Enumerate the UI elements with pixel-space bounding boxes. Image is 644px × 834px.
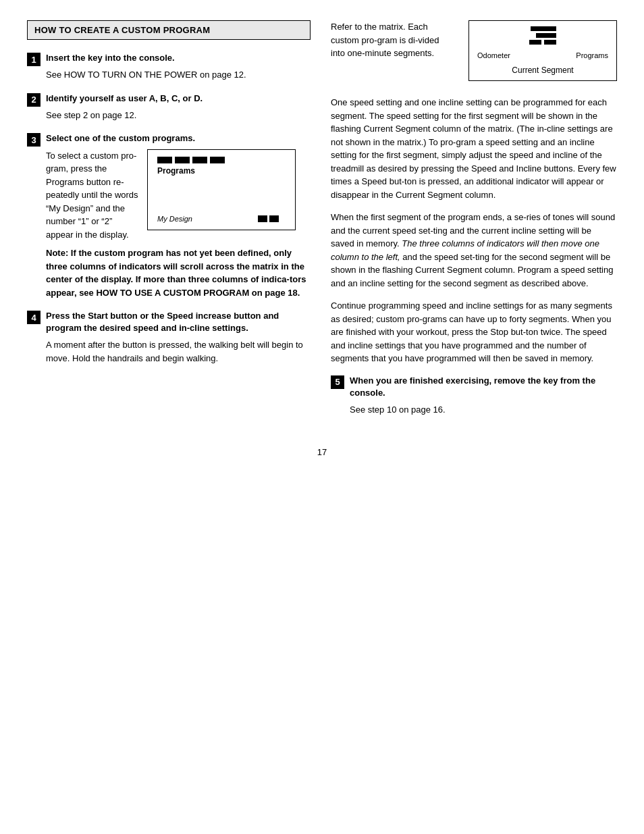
section-title: HOW TO CREATE A CUSTOM PROGRAM xyxy=(34,25,210,35)
disp-bar-r3-a xyxy=(529,40,541,45)
disp-bar-r3-b xyxy=(544,40,556,45)
display-indicators xyxy=(477,26,608,45)
step-2-title: Identify yourself as user A, B, C, or D. xyxy=(46,93,311,105)
prog-bar-4 xyxy=(210,157,225,163)
step-2: 2 Identify yourself as user A, B, C, or … xyxy=(27,93,311,122)
prog-top-area: Programs xyxy=(157,157,286,176)
step-4-number: 4 xyxy=(27,311,41,324)
step-5-body: See step 10 on page 16. xyxy=(350,403,617,417)
prog-bar-2 xyxy=(175,157,190,163)
prog-bar-3 xyxy=(192,157,207,163)
step-5-content: When you are finished exercising, remove… xyxy=(350,375,617,417)
page-number: 17 xyxy=(27,440,617,457)
right-column: Refer to the matrix. Each custom pro-gra… xyxy=(331,20,617,427)
step-2-body: See step 2 on page 12. xyxy=(46,109,311,122)
right-intro-row: Refer to the matrix. Each custom pro-gra… xyxy=(331,20,617,86)
disp-bar-row2 xyxy=(536,33,556,38)
step-5: 5 When you are finished exercising, remo… xyxy=(331,375,617,417)
right-para-1: One speed setting and one incline settin… xyxy=(331,96,617,201)
right-para-2: When the first segment of the program en… xyxy=(331,211,617,290)
step-5-title: When you are finished exercising, remove… xyxy=(350,375,617,399)
step-1: 1 Insert the key into the console. See H… xyxy=(27,52,311,82)
programs-label: Programs xyxy=(576,51,608,59)
step-3-title: Select one of the custom programs. xyxy=(46,132,311,145)
display-labels: Odometer Programs xyxy=(477,51,608,59)
right-para-1-text: One speed setting and one incline settin… xyxy=(331,97,616,200)
step-3-content: Select one of the custom programs. To se… xyxy=(46,132,311,299)
step-3-intro-text: To select a custom pro-gram, press the P… xyxy=(46,149,140,242)
step-3-note: Note: If the custom program has not yet … xyxy=(46,246,311,299)
prog-mydesign-label: My Design xyxy=(157,215,192,223)
step-3-image-row: To select a custom pro-gram, press the P… xyxy=(46,149,311,242)
step-4-title: Press the Start button or the Speed incr… xyxy=(46,310,311,334)
prog-indicators xyxy=(157,157,286,163)
prog-dot-2 xyxy=(269,215,279,222)
left-column: HOW TO CREATE A CUSTOM PROGRAM 1 Insert … xyxy=(27,20,311,427)
prog-bar-1 xyxy=(157,157,172,163)
step-4: 4 Press the Start button or the Speed in… xyxy=(27,310,311,365)
right-display-area: Odometer Programs Current Segment xyxy=(468,20,617,86)
step-5-number: 5 xyxy=(331,375,344,389)
right-para-3: Continue programming speed and incline s… xyxy=(331,299,617,365)
step-3-number: 3 xyxy=(27,133,41,147)
current-segment-label: Current Segment xyxy=(477,66,608,75)
prog-dots xyxy=(258,215,279,222)
main-columns: HOW TO CREATE A CUSTOM PROGRAM 1 Insert … xyxy=(27,20,617,427)
program-display-box: Programs My Design xyxy=(147,149,296,230)
section-header: HOW TO CREATE A CUSTOM PROGRAM xyxy=(27,20,311,40)
step-4-content: Press the Start button or the Speed incr… xyxy=(46,310,311,365)
prog-programs-label: Programs xyxy=(157,166,286,176)
step-2-number: 2 xyxy=(27,93,41,107)
prog-dot-1 xyxy=(258,215,267,222)
page-container: HOW TO CREATE A CUSTOM PROGRAM 1 Insert … xyxy=(27,20,617,457)
disp-bar-row3 xyxy=(529,40,556,45)
right-intro-text: Refer to the matrix. Each custom pro-gra… xyxy=(331,20,455,60)
right-para-3-text: Continue programming speed and incline s… xyxy=(331,301,612,363)
step-1-title: Insert the key into the console. xyxy=(46,52,311,64)
odometer-label: Odometer xyxy=(477,51,510,59)
display-box: Odometer Programs Current Segment xyxy=(468,20,617,81)
disp-bars-group xyxy=(529,26,556,45)
disp-bar-row1 xyxy=(531,26,556,31)
step-1-number: 1 xyxy=(27,53,41,66)
step-3: 3 Select one of the custom programs. To … xyxy=(27,132,311,299)
step-1-content: Insert the key into the console. See HOW… xyxy=(46,52,311,82)
step-2-content: Identify yourself as user A, B, C, or D.… xyxy=(46,93,311,122)
step-4-body: A moment after the button is pressed, th… xyxy=(46,338,311,365)
prog-bottom-row: My Design xyxy=(157,215,286,223)
step-1-body: See HOW TO TURN ON THE POWER on page 12. xyxy=(46,68,311,82)
